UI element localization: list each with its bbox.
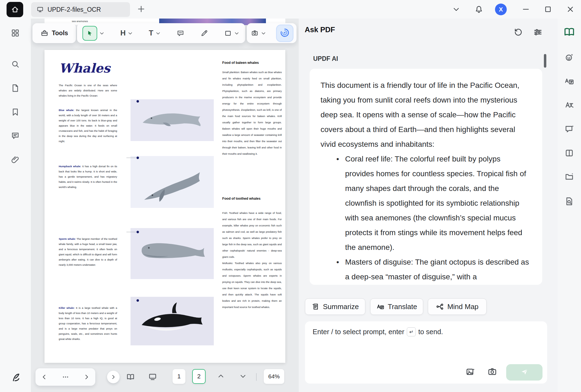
document-tab[interactable]: UPDF-2-files_OCR (31, 2, 130, 17)
ai-files-icon[interactable] (564, 172, 574, 182)
history-button[interactable] (513, 27, 523, 37)
history-icon (513, 27, 523, 37)
screenshot-button[interactable] (487, 367, 497, 377)
doc-intro: The Pacific Ocean is one of the seas whe… (59, 83, 117, 98)
title-bar: UPDF-2-files_OCR X (0, 0, 581, 19)
select-tool[interactable] (82, 26, 105, 41)
chevron-right-icon (110, 374, 117, 380)
send-button[interactable] (506, 364, 543, 381)
settings-sliders-button[interactable] (533, 27, 543, 37)
more-button[interactable] (61, 373, 70, 381)
body-baleen: Small plankton: Baleen whales such as bl… (222, 69, 282, 157)
prompt-placeholder: Enter / to select prompt, enter ↵ to sen… (313, 327, 443, 336)
bookmark-icon[interactable] (11, 107, 20, 117)
ai-search-doc-icon[interactable] (564, 196, 574, 206)
notifications-button[interactable] (474, 5, 484, 14)
updf-ai-label: UPDF AI (313, 55, 338, 62)
bullet-marker: • (321, 255, 345, 284)
translate-page-icon[interactable] (564, 76, 574, 86)
close-icon (566, 5, 575, 14)
apps-grid-icon[interactable] (11, 28, 20, 38)
cursor-icon (82, 26, 97, 41)
text-tool[interactable]: T (149, 29, 161, 37)
ai-response-card: This document is a friendly tour of life… (310, 69, 542, 285)
leader-line (126, 158, 136, 158)
page-up-icon[interactable] (217, 372, 225, 380)
close-button[interactable] (566, 5, 575, 14)
ai-bullet-coral-reef: • Coral reef life: The colorful reef bui… (321, 152, 531, 255)
h-tool-glyph: H (120, 29, 126, 37)
updf-logo-icon[interactable] (11, 372, 22, 383)
extra-toolbar (247, 23, 297, 43)
attachment-icon[interactable] (11, 155, 20, 164)
reader-assistant-icon[interactable] (563, 26, 575, 38)
search-icon[interactable] (11, 59, 20, 69)
leader-line (126, 232, 136, 232)
forward-button[interactable] (83, 373, 90, 381)
expand-nav-button[interactable] (107, 371, 120, 383)
panel-title: Ask PDF (305, 26, 335, 34)
camera-icon (487, 367, 497, 377)
scrollbar-thumb[interactable] (544, 54, 546, 68)
pen-tool[interactable] (200, 29, 208, 37)
prompt-input[interactable]: Enter / to select prompt, enter ↵ to sen… (305, 321, 547, 384)
toolbox-icon (40, 29, 49, 37)
ask-pdf-chat-icon[interactable] (564, 124, 574, 134)
bullet-marker: • (321, 152, 345, 255)
doc-paragraph-sperm-whale: Sperm whale: The largest member of the t… (59, 236, 117, 267)
snapshot-icon (251, 29, 259, 37)
ai-chatbot-icon[interactable] (564, 52, 574, 62)
highlight-tool[interactable]: H (120, 29, 134, 37)
rectangle-icon (224, 29, 232, 37)
snapshot-tool[interactable] (251, 29, 266, 37)
page-number-1[interactable]: 1 (173, 369, 185, 384)
list-marker-dot (137, 299, 139, 302)
page-number-2-active[interactable]: 2 (192, 369, 206, 384)
blue-whale-image (131, 99, 214, 141)
translate-selection-icon[interactable] (564, 100, 574, 110)
minimize-button[interactable] (521, 5, 530, 14)
ai-response-intro: This document is a friendly tour of life… (321, 78, 531, 152)
comments-icon[interactable] (11, 131, 20, 140)
avatar-initial: X (499, 6, 503, 13)
ai-swirl-icon (280, 28, 290, 39)
heading-toothed: Food of toothed whales (222, 197, 260, 201)
window-dropdown-button[interactable] (452, 5, 461, 14)
two-page-view-icon[interactable] (126, 372, 135, 381)
translate-button[interactable]: Translate (370, 298, 423, 315)
sliders-icon (533, 27, 543, 37)
tab-title: UPDF-2-files_OCR (48, 6, 101, 13)
back-button[interactable] (40, 373, 48, 381)
minimize-icon (521, 5, 530, 14)
shape-tool[interactable] (224, 29, 240, 37)
comment-tool[interactable] (176, 29, 185, 37)
tools-label: Tools (52, 29, 68, 37)
maximize-icon (544, 5, 552, 14)
maximize-button[interactable] (544, 5, 552, 14)
zoom-level[interactable]: 64% (264, 369, 284, 384)
tools-button[interactable]: Tools (32, 23, 76, 43)
image-sparkle-icon (466, 367, 475, 377)
new-tab-button[interactable] (137, 4, 146, 14)
screen-view-icon[interactable] (148, 372, 157, 381)
mind-map-icon (436, 303, 444, 311)
list-marker-dot (137, 100, 139, 103)
insert-image-button[interactable] (466, 367, 475, 377)
avatar[interactable]: X (495, 4, 507, 15)
page-thumbnails-icon[interactable] (11, 83, 20, 93)
humpback-whale-image (131, 156, 214, 208)
divider (256, 373, 257, 381)
monitor-icon (37, 6, 44, 13)
mind-map-button[interactable]: Mind Map (428, 298, 487, 315)
layout-view-icon[interactable] (564, 148, 574, 158)
page-down-icon[interactable] (239, 372, 247, 380)
list-marker-dot (137, 157, 139, 159)
app-window: UPDF-2-files_OCR X (0, 0, 581, 392)
doc-paragraph-killer-whale: Killer whale: It is a large toothed whal… (59, 305, 117, 342)
home-button[interactable] (7, 2, 23, 17)
document-viewer: sea anemones Tools H T (31, 19, 299, 392)
summarize-button[interactable]: Summarize (305, 298, 365, 315)
pen-icon (200, 29, 208, 37)
bell-icon (474, 5, 484, 14)
updf-ai-tool[interactable] (277, 25, 293, 41)
